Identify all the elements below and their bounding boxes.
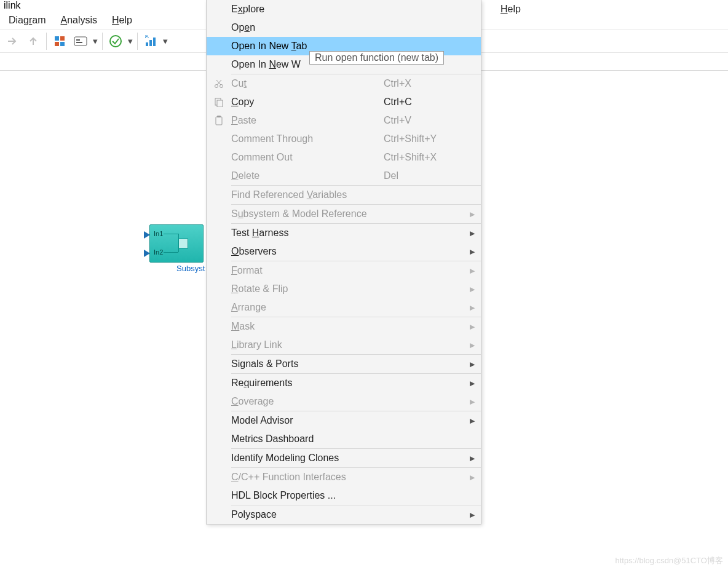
ctx-polyspace[interactable]: Polyspace▶ [207,505,481,524]
ctx-open[interactable]: Open [207,18,481,37]
svg-point-11 [215,85,218,88]
submenu-arrow-icon: ▶ [470,248,481,256]
ctx-find-referenced-variables: Find Referenced Variables [207,186,481,204]
ctx-rotate-flip: Rotate & Flip▶ [207,280,481,298]
subsystem-block[interactable]: In1 In2 Subsyst [149,224,204,263]
ctx-library-link: Library Link▶ [207,336,481,354]
ctx-label: Test Harness [231,228,384,239]
ctx-explore[interactable]: Explore [207,0,481,18]
svg-rect-15 [216,117,222,125]
submenu-arrow-icon: ▶ [470,360,481,368]
paste-icon [207,116,231,125]
menu-help[interactable]: Help [112,15,132,26]
submenu-arrow-icon: ▶ [470,341,481,349]
ctx-requirements[interactable]: Requirements▶ [207,374,481,392]
ctx-shortcut: Del [384,170,470,181]
menu-diagram[interactable]: Diagram [9,15,46,26]
copy-icon [207,97,231,107]
model-browser-button[interactable] [50,31,69,51]
ctx-label: Coverage [231,396,384,407]
ctx-label: Format [231,265,384,276]
svg-rect-16 [217,116,221,117]
ctx-label: Requirements [231,378,384,389]
ctx-label: Delete [231,170,384,181]
block-caption[interactable]: Subsyst [176,264,205,273]
inport-1-label: In1 [154,230,163,237]
submenu-arrow-icon: ▶ [470,304,481,312]
submenu-arrow-icon: ▶ [470,454,481,462]
ctx-subsystem-model-reference: Subsystem & Model Reference▶ [207,205,481,223]
submenu-arrow-icon: ▶ [470,267,481,275]
ctx-cut: CutCtrl+X [207,74,481,93]
ctx-label: Model Advisor [231,415,384,426]
submenu-arrow-icon: ▶ [470,417,481,425]
ctx-mask: Mask▶ [207,317,481,336]
svg-point-7 [110,36,121,47]
ctx-c-c-function-interfaces: C/C++ Function Interfaces▶ [207,468,481,486]
submenu-arrow-icon: ▶ [470,323,481,331]
nav-forward-button[interactable] [2,31,22,51]
svg-rect-3 [60,42,65,46]
ctx-test-harness[interactable]: Test Harness▶ [207,224,481,242]
block-body[interactable]: In1 In2 [149,224,204,263]
submenu-arrow-icon: ▶ [470,210,481,218]
svg-rect-8 [146,42,148,46]
ctx-shortcut: Ctrl+C [384,97,470,108]
menu-analysis[interactable]: Analysis [60,15,97,26]
submenu-arrow-icon: ▶ [470,285,481,293]
ctx-identify-modeling-clones[interactable]: Identify Modeling Clones▶ [207,449,481,467]
ctx-hdl-block-properties[interactable]: HDL Block Properties ... [207,486,481,505]
svg-rect-5 [76,39,80,41]
svg-rect-2 [55,42,59,46]
ctx-label: Comment Through [231,133,384,144]
ctx-observers[interactable]: Observers▶ [207,242,481,261]
ctx-signals-ports[interactable]: Signals & Ports▶ [207,355,481,373]
ctx-label: HDL Block Properties ... [231,490,384,501]
ctx-label: Find Referenced Variables [231,189,384,200]
ctx-paste: PasteCtrl+V [207,111,481,130]
ctx-arrange: Arrange▶ [207,298,481,317]
ctx-label: Arrange [231,302,384,313]
ctx-label: Library Link [231,339,384,350]
update-dropdown[interactable]: ▾ [127,36,134,47]
library-dropdown[interactable]: ▾ [92,36,99,47]
submenu-arrow-icon: ▶ [470,379,481,387]
svg-rect-1 [60,36,65,41]
submenu-arrow-icon: ▶ [470,229,481,237]
ctx-metrics-dashboard[interactable]: Metrics Dashboard [207,430,481,448]
build-dropdown[interactable]: ▾ [162,36,169,47]
submenu-arrow-icon: ▶ [470,398,481,406]
tooltip: Run open function (new tab) [309,51,444,65]
menu-help-right[interactable]: Help [501,4,521,15]
ctx-label: Comment Out [231,152,384,163]
ctx-label: C/C++ Function Interfaces [231,472,384,483]
svg-rect-14 [217,100,223,107]
ctx-delete: DeleteDel [207,167,481,185]
toolbar-separator [46,33,47,50]
ctx-shortcut: Ctrl+Shift+X [384,152,470,163]
nav-up-button[interactable] [23,31,43,51]
ctx-comment-out: Comment OutCtrl+Shift+X [207,148,481,167]
submenu-arrow-icon: ▶ [470,473,481,481]
ctx-label: Cut [231,78,384,89]
inport-2-icon[interactable] [144,250,150,257]
ctx-label: Mask [231,321,384,332]
ctx-model-advisor[interactable]: Model Advisor▶ [207,411,481,430]
submenu-arrow-icon: ▶ [470,511,481,519]
library-button[interactable] [71,31,90,51]
update-button[interactable] [106,31,125,51]
build-button[interactable] [141,31,160,51]
ctx-shortcut: Ctrl+Shift+Y [384,133,470,144]
svg-rect-4 [74,37,87,46]
svg-rect-9 [149,40,152,46]
ctx-copy[interactable]: CopyCtrl+C [207,93,481,111]
inport-2-label: In2 [154,248,163,256]
ctx-label: Explore [231,4,384,15]
inport-1-icon[interactable] [144,231,150,239]
ctx-format: Format▶ [207,261,481,280]
toolbar-separator [102,33,103,50]
toolbar-separator [137,33,138,50]
context-menu: ExploreOpenOpen In New TabOpen In New WC… [206,0,481,524]
ctx-label: Paste [231,115,384,126]
ctx-label: Subsystem & Model Reference [231,208,384,220]
